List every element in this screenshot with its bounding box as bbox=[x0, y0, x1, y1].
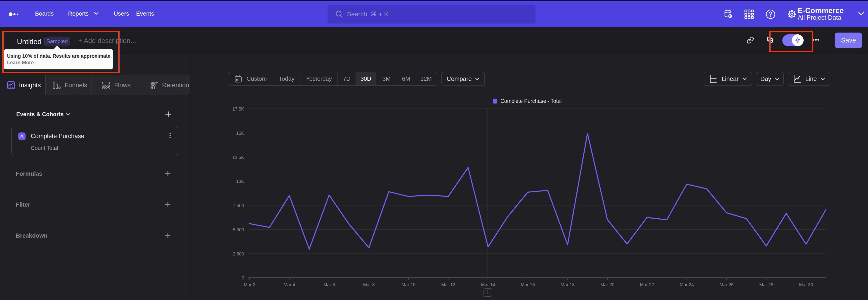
svg-text:Mar 22: Mar 22 bbox=[640, 282, 654, 287]
svg-text:7,500: 7,500 bbox=[233, 203, 244, 208]
svg-text:Mar 2: Mar 2 bbox=[244, 282, 255, 287]
svg-text:Mar 16: Mar 16 bbox=[521, 282, 535, 287]
svg-text:Mar 14: Mar 14 bbox=[481, 282, 495, 287]
svg-text:10K: 10K bbox=[236, 179, 244, 184]
svg-text:Mar 30: Mar 30 bbox=[799, 282, 813, 287]
svg-text:Mar 28: Mar 28 bbox=[759, 282, 773, 287]
svg-text:17.5K: 17.5K bbox=[232, 107, 244, 112]
svg-text:Mar 12: Mar 12 bbox=[441, 282, 455, 287]
svg-text:Mar 26: Mar 26 bbox=[719, 282, 734, 287]
svg-text:Mar 18: Mar 18 bbox=[561, 282, 575, 287]
svg-text:Mar 20: Mar 20 bbox=[600, 282, 614, 287]
svg-text:Mar 24: Mar 24 bbox=[680, 282, 694, 287]
svg-text:Mar 6: Mar 6 bbox=[323, 282, 335, 287]
svg-text:0: 0 bbox=[242, 275, 244, 280]
svg-text:12.5K: 12.5K bbox=[232, 155, 244, 160]
svg-text:15K: 15K bbox=[236, 131, 244, 136]
svg-text:2,500: 2,500 bbox=[233, 251, 244, 257]
svg-text:Mar 4: Mar 4 bbox=[283, 282, 295, 287]
svg-text:Mar 8: Mar 8 bbox=[363, 282, 375, 287]
svg-text:Mar 10: Mar 10 bbox=[401, 282, 415, 287]
svg-text:5,000: 5,000 bbox=[233, 227, 244, 232]
